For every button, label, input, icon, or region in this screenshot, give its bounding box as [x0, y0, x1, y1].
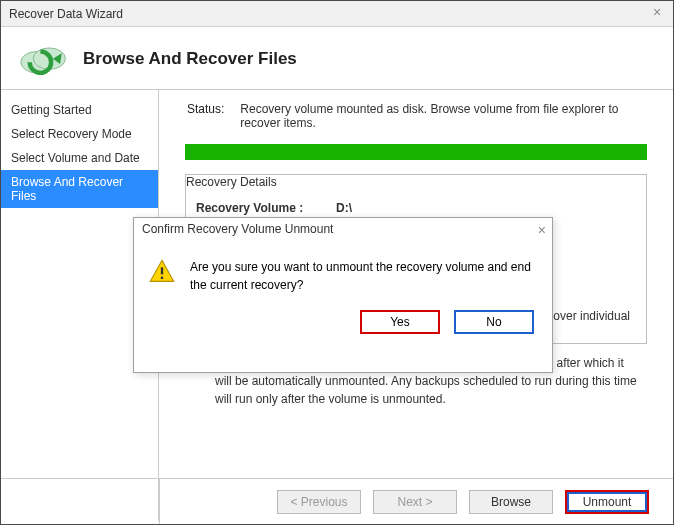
status-label: Status: [187, 102, 224, 130]
warning-icon [148, 258, 176, 294]
dialog-buttons: Yes No [134, 302, 552, 344]
sidebar-item-recovery-mode[interactable]: Select Recovery Mode [1, 122, 158, 146]
svg-rect-5 [161, 277, 163, 279]
recovery-details-legend: Recovery Details [186, 175, 277, 189]
dialog-body: Are you sure you want to unmount the rec… [134, 244, 552, 302]
page-title: Browse And Recover Files [83, 49, 297, 69]
dialog-title: Confirm Recovery Volume Unmount [142, 222, 333, 236]
browse-button[interactable]: Browse [469, 490, 553, 514]
yes-button[interactable]: Yes [360, 310, 440, 334]
next-button[interactable]: Next > [373, 490, 457, 514]
sidebar-item-getting-started[interactable]: Getting Started [1, 98, 158, 122]
titlebar: Recover Data Wizard × [1, 1, 673, 27]
progress-bar [185, 144, 647, 160]
recovery-volume-label: Recovery Volume : [196, 201, 326, 215]
dialog-titlebar: Confirm Recovery Volume Unmount × [134, 218, 552, 244]
confirm-unmount-dialog: Confirm Recovery Volume Unmount × Are yo… [133, 217, 553, 373]
status-text: Recovery volume mounted as disk. Browse … [240, 102, 653, 130]
wizard-window: Recover Data Wizard × Browse And Recover… [0, 0, 674, 525]
sidebar-item-browse-recover[interactable]: Browse And Recover Files [1, 170, 158, 208]
obscured-text-fragment: cover individual [547, 309, 630, 323]
wizard-footer: < Previous Next > Browse Unmount [1, 478, 673, 524]
no-button[interactable]: No [454, 310, 534, 334]
svg-rect-4 [161, 267, 163, 274]
cloud-recover-icon [19, 39, 69, 79]
unmount-button[interactable]: Unmount [565, 490, 649, 514]
close-icon[interactable]: × [538, 222, 546, 238]
recovery-volume-value: D:\ [336, 201, 352, 215]
recovery-volume-row: Recovery Volume : D:\ [186, 189, 646, 215]
header: Browse And Recover Files [1, 27, 673, 90]
sidebar-item-volume-date[interactable]: Select Volume and Date [1, 146, 158, 170]
status-row: Status: Recovery volume mounted as disk.… [179, 102, 653, 130]
close-icon[interactable]: × [647, 4, 667, 20]
dialog-message: Are you sure you want to unmount the rec… [190, 258, 538, 294]
window-title: Recover Data Wizard [9, 7, 123, 21]
previous-button[interactable]: < Previous [277, 490, 361, 514]
